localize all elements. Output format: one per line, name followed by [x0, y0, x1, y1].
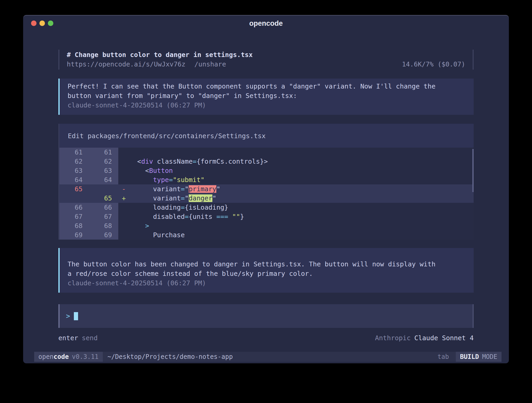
- diff-rows: 61616262 <div className={formCs.controls…: [59, 148, 474, 240]
- app-name-bold: code: [54, 353, 69, 360]
- prompt-input[interactable]: >: [58, 304, 474, 328]
- tab-key-hint: tab: [438, 352, 456, 362]
- window-title: opencode: [23, 16, 509, 31]
- diff-row: 6666 loading={isLoading}: [59, 203, 474, 212]
- main-content: # Change button color to danger in setti…: [23, 31, 509, 352]
- diff-row: 6969 Purchase: [59, 230, 474, 240]
- diff-scrollbar-thumb[interactable]: [472, 149, 474, 192]
- minimize-button[interactable]: [39, 20, 45, 26]
- token-usage-cost: 14.6K/7% ($0.07): [402, 60, 465, 69]
- assistant-message-2: The button color has been changed to dan…: [58, 248, 474, 293]
- edit-file-header: Edit packages/frontend/src/containers/Se…: [59, 124, 474, 148]
- prompt-caret-icon: >: [66, 312, 70, 320]
- assistant-message-1: Perfect! I can see that the Button compo…: [58, 79, 474, 115]
- diff-row: 65- variant="primary": [59, 184, 474, 194]
- mode-toggle[interactable]: BUILDMODE: [456, 352, 502, 362]
- diff-row: 65+ variant="danger": [59, 194, 474, 203]
- model-name: Claude Sonnet 4: [414, 334, 474, 342]
- share-url-link[interactable]: https://opencode.ai/s/UwJxv76z: [67, 60, 186, 69]
- send-action-label: send: [82, 334, 98, 342]
- prompt-hints-row: entersend AnthropicClaude Sonnet 4: [58, 334, 474, 343]
- enter-key-hint: enter: [58, 334, 78, 342]
- edit-diff-panel: Edit packages/frontend/src/containers/Se…: [58, 124, 474, 240]
- assistant-message-meta: claude-sonnet-4-20250514 (06:27 PM): [68, 278, 466, 288]
- diff-row: 6161: [59, 148, 474, 157]
- send-hint: entersend: [58, 334, 98, 343]
- traffic-lights: [31, 20, 53, 26]
- session-title: # Change button color to danger in setti…: [67, 50, 465, 60]
- diff-row: 6363 <Button: [59, 166, 474, 175]
- mode-suffix: MODE: [482, 353, 497, 360]
- app-version: v0.3.11: [72, 353, 99, 360]
- diff-row: 6262 <div className={formCs.controls}>: [59, 157, 474, 166]
- text-cursor: [74, 312, 78, 320]
- status-bar: opencodev0.3.11 ~/Desktop/Projects/demo-…: [34, 352, 502, 362]
- assistant-message-meta: claude-sonnet-4-20250514 (06:27 PM): [68, 101, 466, 110]
- session-subline: https://opencode.ai/s/UwJxv76z /unshare …: [67, 60, 465, 69]
- unshare-command[interactable]: /unshare: [195, 60, 226, 69]
- model-indicator: AnthropicClaude Sonnet 4: [375, 334, 474, 343]
- diff-row: 6767 disabled={units === ""}: [59, 212, 474, 221]
- assistant-message-text: Perfect! I can see that the Button compo…: [68, 82, 466, 101]
- mode-name: BUILD: [460, 353, 479, 360]
- opencode-window: opencode # Change button color to danger…: [23, 15, 509, 363]
- app-version-segment: opencodev0.3.11: [34, 352, 103, 362]
- session-header: # Change button color to danger in setti…: [58, 50, 474, 70]
- app-name-prefix: open: [38, 353, 54, 360]
- working-directory: ~/Desktop/Projects/demo-notes-app: [103, 352, 438, 362]
- assistant-message-text: The button color has been changed to dan…: [68, 260, 466, 278]
- close-button[interactable]: [31, 20, 37, 26]
- zoom-button[interactable]: [48, 20, 53, 26]
- diff-row: 6464 type="submit": [59, 175, 474, 184]
- model-provider: Anthropic: [375, 334, 411, 342]
- title-bar: opencode: [23, 16, 509, 31]
- diff-row: 6868 >: [59, 221, 474, 230]
